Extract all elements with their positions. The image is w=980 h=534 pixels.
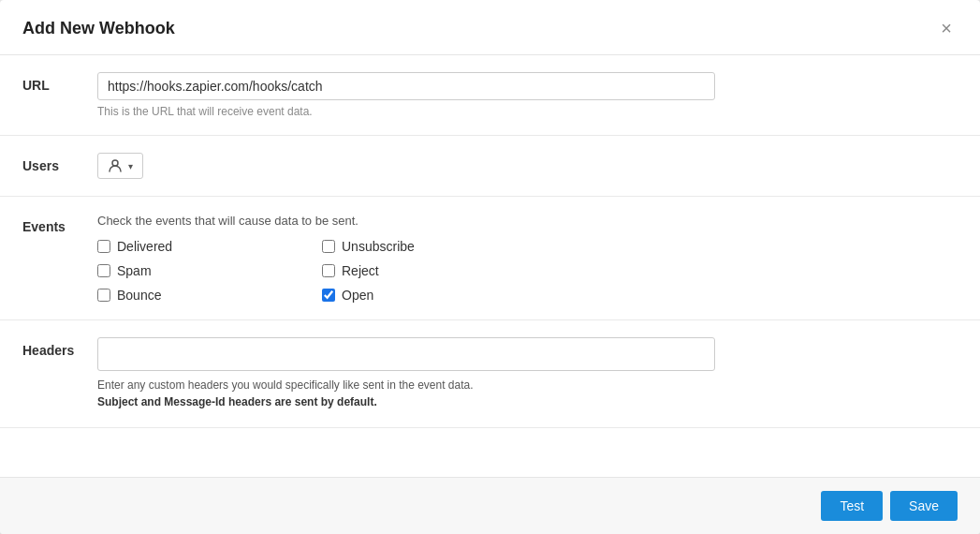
url-label: URL — [22, 72, 97, 93]
modal-header: Add New Webhook × — [0, 0, 980, 55]
users-row: Users ▾ — [0, 136, 980, 197]
svg-point-0 — [112, 160, 118, 166]
modal-dialog: Add New Webhook × URL This is the URL th… — [0, 0, 980, 534]
url-help-text: This is the URL that will receive event … — [97, 105, 958, 118]
url-field-content: This is the URL that will receive event … — [97, 72, 958, 118]
checkbox-bounce[interactable]: Bounce — [97, 288, 303, 303]
users-dropdown[interactable]: ▾ — [97, 153, 143, 179]
headers-help-text: Enter any custom headers you would speci… — [97, 378, 474, 392]
checkbox-reject-input[interactable] — [322, 264, 335, 277]
checkbox-unsubscribe-label: Unsubscribe — [342, 239, 415, 254]
headers-label: Headers — [22, 337, 97, 358]
checkbox-unsubscribe[interactable]: Unsubscribe — [322, 239, 528, 254]
modal-overlay: Add New Webhook × URL This is the URL th… — [0, 0, 980, 534]
checkbox-delivered-label: Delivered — [117, 239, 172, 254]
chevron-down-icon: ▾ — [128, 161, 133, 171]
checkbox-delivered[interactable]: Delivered — [97, 239, 303, 254]
users-label: Users — [22, 153, 97, 173]
headers-row: Headers Enter any custom headers you wou… — [0, 320, 980, 428]
test-button[interactable]: Test — [821, 491, 883, 521]
events-row: Events Check the events that will cause … — [0, 197, 980, 320]
events-field-content: Check the events that will cause data to… — [97, 214, 958, 303]
headers-bold-text: Subject and Message-Id headers are sent … — [97, 395, 377, 408]
checkbox-reject[interactable]: Reject — [322, 263, 528, 278]
users-field-content: ▾ — [97, 153, 958, 179]
close-button[interactable]: × — [935, 17, 958, 39]
url-input[interactable] — [97, 72, 715, 100]
checkbox-reject-label: Reject — [342, 263, 379, 278]
checkbox-open-input[interactable] — [322, 289, 335, 302]
checkbox-spam-label: Spam — [117, 263, 152, 278]
modal-body: URL This is the URL that will receive ev… — [0, 55, 980, 477]
checkbox-spam-input[interactable] — [97, 264, 110, 277]
save-button[interactable]: Save — [890, 491, 958, 521]
url-row: URL This is the URL that will receive ev… — [0, 55, 980, 136]
modal-footer: Test Save — [0, 477, 980, 534]
checkbox-spam[interactable]: Spam — [97, 263, 303, 278]
headers-help: Enter any custom headers you would speci… — [97, 377, 958, 410]
headers-input[interactable] — [97, 337, 715, 371]
checkbox-open[interactable]: Open — [322, 288, 528, 303]
checkbox-delivered-input[interactable] — [97, 240, 110, 253]
checkbox-open-label: Open — [342, 288, 373, 303]
modal-title: Add New Webhook — [22, 19, 175, 38]
headers-field-content: Enter any custom headers you would speci… — [97, 337, 958, 410]
user-icon — [108, 158, 123, 173]
events-description: Check the events that will cause data to… — [97, 214, 958, 228]
checkbox-bounce-label: Bounce — [117, 288, 161, 303]
events-label: Events — [22, 214, 97, 234]
events-grid: Delivered Unsubscribe Spam — [97, 239, 958, 303]
checkbox-bounce-input[interactable] — [97, 289, 110, 302]
checkbox-unsubscribe-input[interactable] — [322, 240, 335, 253]
